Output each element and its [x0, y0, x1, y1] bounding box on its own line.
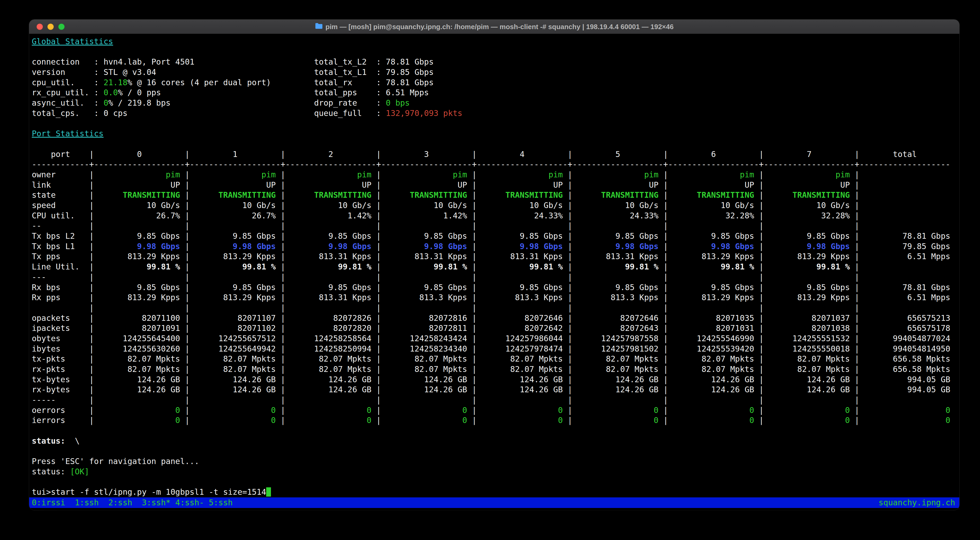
term-segment: 813.29 Kpps	[668, 293, 754, 302]
term-segment: 0	[381, 405, 467, 415]
zoom-button[interactable]	[58, 24, 65, 30]
term-segment: 9.98 Gbps	[189, 242, 276, 251]
term-segment: |	[276, 252, 285, 261]
term-segment: [OK]	[70, 467, 89, 476]
term-segment: |	[754, 272, 764, 282]
term-segment: 82071031	[668, 324, 754, 333]
term-segment: % @ 16 cores (4 per dual port)	[127, 78, 271, 87]
term-segment: |	[371, 180, 381, 189]
term-segment: 82072642	[477, 324, 563, 333]
term-segment: |	[467, 303, 477, 312]
term-segment: |	[180, 211, 189, 220]
term-segment	[859, 221, 950, 230]
term-segment: 82.07 Mpkts	[189, 354, 276, 364]
term-segment: |	[371, 334, 381, 343]
prompt-line[interactable]: tui>start -f stl/ipng.py -m 10gbpsl1 -t …	[32, 487, 959, 497]
term-segment: 10 Gb/s	[285, 201, 371, 210]
term-segment: 1.42%	[381, 211, 467, 220]
term-segment: |	[850, 416, 859, 425]
term-segment: 6.51 Mpps	[386, 88, 429, 97]
term-segment: |	[659, 201, 668, 210]
term-segment: |	[276, 231, 285, 241]
term-segment: 0	[668, 416, 754, 425]
term-segment: 82.07 Mpkts	[573, 364, 659, 374]
port-table-row: obytes | 124255645400 | 124255657512 | 1…	[32, 334, 959, 344]
term-blank-line	[32, 477, 959, 487]
term-segment: 813.29 Kpps	[189, 293, 276, 302]
close-button[interactable]	[37, 24, 43, 30]
term-segment: TRANSMITTING	[764, 190, 850, 200]
term-segment	[859, 303, 950, 312]
port-table-row: oerrors | 0 | 0 | 0 | 0 | 0 | 0 | 0 | 0 …	[32, 405, 959, 416]
term-segment: |	[180, 190, 189, 200]
terminal-screen[interactable]: Global Statisticsconnection : hvn4.lab, …	[29, 34, 959, 497]
term-segment: |	[276, 416, 285, 425]
term-segment: % / 0 pps	[118, 88, 161, 97]
term-segment: Tx bps L1 |	[32, 242, 94, 251]
port-table-row: ibytes | 124255630260 | 124255649942 | 1…	[32, 344, 959, 354]
term-segment: |	[563, 170, 573, 179]
term-segment: 813.29 Kpps	[189, 252, 276, 261]
term-segment: 813.29 Kpps	[94, 252, 180, 261]
term-segment: |	[563, 190, 573, 200]
port-table-row: Tx pps | 813.29 Kpps | 813.29 Kpps | 813…	[32, 251, 959, 262]
term-segment: |	[563, 313, 573, 323]
term-segment	[477, 272, 563, 282]
global-stats-row: cpu_util. : 21.18% @ 16 cores (4 per dua…	[32, 78, 959, 88]
term-segment: 82071035	[668, 313, 754, 323]
term-segment: 0	[189, 405, 276, 415]
term-segment: STL @ v3.04	[103, 68, 156, 77]
term-blank-line	[32, 119, 959, 129]
term-segment: |	[467, 364, 477, 374]
term-segment: 0	[285, 405, 371, 415]
minimize-button[interactable]	[48, 24, 54, 30]
term-segment: 124255551532	[764, 334, 850, 343]
term-segment: 9.85 Gbps	[94, 283, 180, 292]
term-segment: |	[659, 283, 668, 292]
term-segment: |	[754, 364, 764, 374]
term-segment	[161, 88, 314, 97]
term-segment: |	[659, 231, 668, 241]
term-segment: |	[659, 272, 668, 282]
term-segment: 82.07 Mpkts	[477, 364, 563, 374]
term-segment: |	[563, 375, 573, 384]
term-segment: |	[180, 231, 189, 241]
term-segment: 99.81 %	[573, 262, 659, 271]
term-segment: 82.07 Mpkts	[285, 364, 371, 374]
term-segment: |	[563, 324, 573, 333]
term-segment: 99.81 %	[189, 262, 276, 271]
term-segment: rx_cpu_util. :	[32, 88, 103, 97]
port-table-row: Rx pps | 813.29 Kpps | 813.29 Kpps | 813…	[32, 292, 959, 303]
port-table-row: --- | | | | | | | | |	[32, 272, 959, 283]
term-segment: 9.85 Gbps	[764, 283, 850, 292]
term-segment: |	[754, 354, 764, 364]
term-segment	[573, 272, 659, 282]
term-segment: pim	[668, 170, 754, 179]
term-segment: |	[659, 364, 668, 374]
global-stats-row: version : STL @ v3.04 total_tx_L1 : 79.8…	[32, 67, 959, 78]
term-segment	[859, 170, 950, 179]
term-segment: 124255630260	[94, 344, 180, 353]
term-segment: hvn4.lab, Port 4501	[103, 57, 194, 67]
term-segment: 82.07 Mpkts	[381, 364, 467, 374]
term-segment: 813.29 Kpps	[94, 293, 180, 302]
term-segment: 10 Gb/s	[189, 201, 276, 210]
term-segment: rx-pkts |	[32, 364, 94, 374]
term-segment: |	[563, 354, 573, 364]
term-segment: 813.3 Kpps	[381, 293, 467, 302]
term-segment: |	[371, 201, 381, 210]
term-segment: |	[563, 293, 573, 302]
term-segment: 21.18	[103, 78, 127, 87]
term-segment: |	[850, 395, 859, 405]
term-segment: |	[180, 303, 189, 312]
term-segment: 82072646	[477, 313, 563, 323]
term-segment: |	[659, 324, 668, 333]
term-segment: |	[371, 283, 381, 292]
term-segment: |	[659, 190, 668, 200]
term-segment: 78.81 Gbps	[859, 283, 950, 292]
term-segment: 82071102	[189, 324, 276, 333]
term-segment: 124255550018	[764, 344, 850, 353]
term-segment: |	[754, 201, 764, 210]
term-segment: |	[850, 354, 859, 364]
term-segment	[94, 303, 180, 312]
